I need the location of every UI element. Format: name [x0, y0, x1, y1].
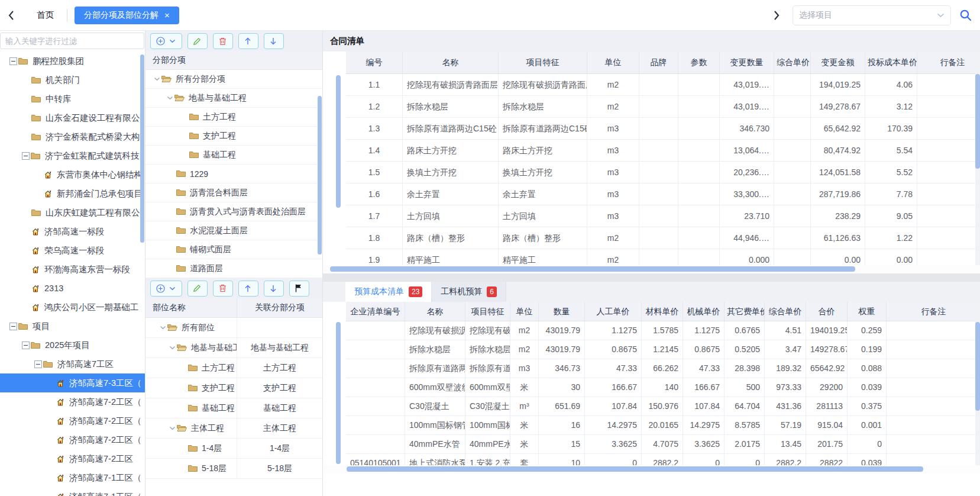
- sidebar-tree-item[interactable]: 济邹高速7工区: [0, 355, 145, 373]
- table-row[interactable]: 1.2拆除水稳层拆除水稳层m243,019.…149,278.673.12: [346, 96, 980, 118]
- fenbu-tree-item[interactable]: 沥青贯入式与沥青表面处治面层: [145, 202, 322, 221]
- table-row[interactable]: 挖除现有破损沥青路面层挖除现有破损沥青路面层m243019.791.12751.…: [346, 321, 980, 340]
- contract-right-scroll-track[interactable]: [975, 51, 980, 265]
- vertical-scrollbar[interactable]: [975, 322, 980, 411]
- add-dropdown-icon[interactable]: [169, 286, 176, 291]
- add-button[interactable]: [150, 33, 182, 49]
- horizontal-scrollbar[interactable]: [330, 266, 855, 272]
- fenbu-vertical-scrollbar[interactable]: [318, 96, 322, 255]
- contract-horizontal-scroll-track[interactable]: [323, 265, 980, 273]
- house-icon: [31, 285, 40, 292]
- add-button[interactable]: [150, 281, 182, 297]
- table-row[interactable]: 1.4路床土方开挖路床土方开挖m313,064.…80,474.925.54: [346, 140, 980, 162]
- sidebar-tree-item[interactable]: 中转库: [0, 89, 145, 108]
- buwei-row[interactable]: 基础工程基础工程: [145, 398, 322, 418]
- vertical-scrollbar[interactable]: [336, 75, 341, 208]
- project-select[interactable]: 选择项目: [793, 5, 951, 25]
- table-row[interactable]: C30混凝土C30混凝土m³651.69107.84150.976107.846…: [346, 397, 980, 416]
- sidebar-tree-item[interactable]: 济邹高速7-1工区（: [0, 487, 145, 496]
- sidebar-tree-item[interactable]: 荣乌高速一标段: [0, 241, 145, 260]
- sidebar-tree-item[interactable]: 山东金石建设工程有限公: [0, 108, 145, 127]
- collapse-panel-icon[interactable]: [774, 11, 780, 20]
- table-row[interactable]: 1.8路床（槽）整形路床（槽）整形m244,946.…61,126.631.22: [346, 227, 980, 249]
- sidebar-tree-item[interactable]: 机关部门: [0, 70, 145, 89]
- fenbu-tree-item[interactable]: 基础工程: [145, 146, 322, 165]
- delete-button[interactable]: [213, 33, 233, 49]
- table-row[interactable]: 1.7土方回填土方回填m323.710238.299.05: [346, 205, 980, 227]
- sidebar-tree-item[interactable]: 东营市奥体中心钢结构: [0, 165, 145, 184]
- buwei-row[interactable]: 5-18层5-18层: [145, 459, 322, 479]
- back-icon[interactable]: [8, 11, 21, 20]
- close-tab-icon[interactable]: ×: [164, 10, 170, 20]
- sidebar-tree-item[interactable]: 鸿庆公司小区一期基础工: [0, 298, 145, 317]
- buwei-row[interactable]: 主体工程主体工程: [145, 418, 322, 439]
- sidebar-tree-item[interactable]: 济邹高速7-3工区（: [0, 373, 145, 392]
- table-row[interactable]: 1.5换填土方开挖换填土方开挖m320,236.…124,051.585.52: [346, 162, 980, 183]
- add-dropdown-icon[interactable]: [169, 39, 176, 43]
- buwei-row[interactable]: 支护工程支护工程: [145, 378, 322, 398]
- vertical-scrollbar[interactable]: [336, 322, 341, 464]
- fenbu-tree-item[interactable]: 沥青混合料面层: [145, 183, 322, 202]
- buwei-row[interactable]: 土方工程土方工程: [145, 358, 322, 378]
- sidebar-tree-item[interactable]: 项目: [0, 317, 145, 336]
- table-row[interactable]: 40mmPE水管40mmPE水管米153.36254.70753.36252.0…: [346, 435, 980, 454]
- sidebar-tree-item[interactable]: 环渤海高速东营一标段: [0, 260, 145, 279]
- edit-button[interactable]: [187, 33, 208, 49]
- fenbu-tree-item[interactable]: 所有分部分项: [145, 70, 322, 89]
- table-row[interactable]: 1.1挖除现有破损沥青路面层挖除现有破损沥青路面层m243,019.…194,0…: [346, 74, 980, 96]
- table-cell: 20,236.…: [720, 162, 774, 183]
- sidebar-tree-item[interactable]: 鹏程控股集团: [0, 51, 145, 70]
- sidebar-tree-item[interactable]: 2025年项目: [0, 336, 145, 355]
- move-up-button[interactable]: [238, 33, 258, 49]
- buwei-row[interactable]: 1-4层1-4层: [145, 439, 322, 459]
- fenbu-tree-item[interactable]: 支护工程: [145, 127, 322, 146]
- table-row[interactable]: 1.6余土弃置余土弃置m333,300.…287,719.867.78: [346, 183, 980, 205]
- budget-right-scroll-track[interactable]: [975, 302, 980, 465]
- horizontal-scrollbar[interactable]: [347, 466, 923, 472]
- move-down-button[interactable]: [264, 281, 284, 297]
- table-row[interactable]: 100mm国标钢管100mm国标钢管米1614.297520.016514.29…: [346, 416, 980, 435]
- tab-labor-material-budget[interactable]: 工料机预算 6: [432, 282, 506, 302]
- tab-home[interactable]: 首页: [27, 9, 63, 21]
- flag-button[interactable]: [289, 281, 309, 297]
- fenbu-tree-item[interactable]: 铺砌式面层: [145, 240, 322, 259]
- table-row[interactable]: 1.9精平施工精平施工m20.0000.000.00: [346, 249, 980, 265]
- sidebar-tree-item[interactable]: 济邹高速7-2工区（: [0, 392, 145, 411]
- move-down-button[interactable]: [264, 33, 284, 49]
- table-row[interactable]: 600mm双壁波纹管600mm双壁波纹管米30166.67140166.6750…: [346, 378, 980, 397]
- table-cell: 64.704: [725, 397, 765, 416]
- table-row[interactable]: 05140105001地上式消防水泵1,安装 2,充套1002882.20028…: [346, 454, 980, 465]
- table-row[interactable]: 拆除水稳层拆除水稳层m243019.790.86751.21450.86750.…: [346, 340, 980, 359]
- fenbu-tree-item[interactable]: 地基与基础工程: [145, 89, 322, 108]
- table-cell: [639, 249, 678, 265]
- fenbu-tree-item[interactable]: 土方工程: [145, 108, 322, 127]
- sidebar-tree-item[interactable]: 济邹高速7-2工区（: [0, 430, 145, 449]
- table-row[interactable]: 1.3拆除原有道路两边C15砼拆除原有道路两边C15砼m3346.73065,6…: [346, 118, 980, 140]
- tab-budget-cost-list[interactable]: 预算成本清单 23: [345, 282, 432, 302]
- sidebar-tree-item[interactable]: 济邹高速7-1工区（: [0, 468, 145, 487]
- edit-button[interactable]: [187, 281, 208, 297]
- sidebar-tree-item[interactable]: 新邦涌金门总承包项目: [0, 184, 145, 203]
- sidebar-tree-item[interactable]: 山东庆虹建筑工程有限公: [0, 203, 145, 222]
- buwei-row[interactable]: 所有部位: [145, 318, 322, 338]
- sidebar-vertical-scrollbar[interactable]: [140, 54, 144, 243]
- sidebar-tree-item[interactable]: 济宁金虹装配式建筑科技: [0, 146, 145, 165]
- vertical-scrollbar[interactable]: [975, 74, 980, 169]
- table-cell: m2: [587, 249, 639, 265]
- sidebar-tree-item[interactable]: 济邹高速一标段: [0, 222, 145, 241]
- tab-active-page[interactable]: 分部分项及部位分解 ×: [75, 7, 179, 24]
- fenbu-tree-item[interactable]: 1229: [145, 165, 322, 183]
- tree-filter-input[interactable]: [0, 33, 144, 49]
- delete-button[interactable]: [213, 281, 233, 297]
- sidebar-tree-item[interactable]: 2313: [0, 279, 145, 298]
- table-row[interactable]: 拆除原有道路两边C15砼拆除原有道路两边C15砼m3346.7347.3366.…: [346, 359, 980, 378]
- move-up-button[interactable]: [238, 281, 258, 297]
- fenbu-tree-item[interactable]: 水泥混凝土面层: [145, 221, 322, 240]
- budget-horizontal-scroll-track[interactable]: [323, 465, 980, 474]
- sidebar-tree-item[interactable]: 济邹高速7-2工区（: [0, 411, 145, 430]
- fenbu-tree-item[interactable]: 道路面层: [145, 259, 322, 278]
- search-icon[interactable]: [959, 9, 972, 21]
- buwei-row[interactable]: 地基与基础工地基与基础工程: [145, 338, 322, 358]
- sidebar-tree-item[interactable]: 济宁金桥装配式桥梁大构: [0, 127, 145, 146]
- sidebar-tree-item[interactable]: 济邹高速7-2工区: [0, 449, 145, 468]
